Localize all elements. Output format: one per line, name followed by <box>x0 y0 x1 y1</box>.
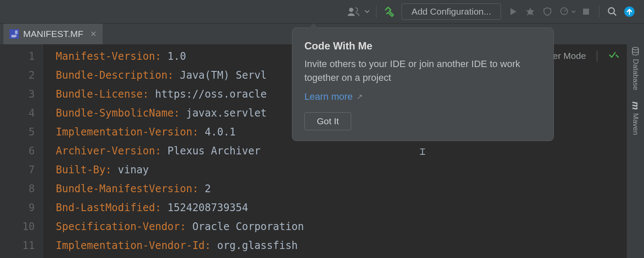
svg-rect-2 <box>583 9 589 15</box>
line-number: 3 <box>0 85 35 104</box>
editor-tab-manifest[interactable]: MF MANIFEST.MF ✕ <box>3 24 103 44</box>
line-number: 4 <box>0 104 35 123</box>
build-hammer-icon[interactable] <box>382 4 397 19</box>
svg-point-3 <box>608 8 614 14</box>
debug-icon[interactable] <box>522 4 538 19</box>
code-line[interactable]: Bundle-ManifestVersion: 2 <box>56 179 304 198</box>
line-number: 5 <box>0 123 35 141</box>
code-area[interactable]: Manifest-Version: 1.0Bundle-Description:… <box>43 44 304 258</box>
database-tool-window-button[interactable]: Database <box>631 47 640 90</box>
stop-icon[interactable] <box>578 4 594 19</box>
code-line[interactable]: Built-By: vinay <box>56 160 304 179</box>
line-number-gutter: 1234567891011 <box>0 44 43 258</box>
learn-more-link[interactable]: Learn more ↗ <box>304 90 363 104</box>
line-number: 2 <box>0 66 35 85</box>
line-number: 10 <box>0 217 35 236</box>
line-number: 1 <box>0 47 35 66</box>
close-tab-icon[interactable]: ✕ <box>90 29 97 39</box>
svg-point-5 <box>632 47 638 50</box>
inspections-widget[interactable]: der Mode │ <box>548 51 620 61</box>
text-cursor-icon: Ꮖ <box>420 147 425 157</box>
maven-label: Maven <box>631 113 640 135</box>
tab-filename: MANIFEST.MF <box>23 29 83 39</box>
manifest-file-icon: MF <box>9 29 19 39</box>
inspections-ok-icon[interactable] <box>609 51 620 61</box>
profiler-icon[interactable] <box>557 4 572 19</box>
code-line[interactable]: Manifest-Version: 1.0 <box>56 47 304 66</box>
code-with-me-popover: Code With Me Invite others to your IDE o… <box>292 28 554 141</box>
search-icon[interactable] <box>605 4 620 19</box>
code-line[interactable]: Bundle-License: https://oss.oracle <box>56 85 304 104</box>
main-toolbar: Add Configuration... <box>0 0 644 24</box>
maven-icon: m <box>630 101 641 110</box>
right-tool-window-strip: Database m Maven <box>627 44 644 258</box>
database-label: Database <box>631 59 640 90</box>
got-it-button[interactable]: Got It <box>304 112 351 130</box>
code-line[interactable]: Implementation-Version: 4.0.1 <box>56 123 304 141</box>
code-line[interactable]: Bundle-SymbolicName: javax.servlet <box>56 104 304 123</box>
chevron-down-icon[interactable] <box>571 4 577 19</box>
code-line[interactable]: Archiver-Version: Plexus Archiver <box>56 141 304 160</box>
code-with-me-icon[interactable] <box>346 4 361 19</box>
line-number: 8 <box>0 179 35 198</box>
line-number: 11 <box>0 236 35 255</box>
popover-body: Invite others to your IDE or join anothe… <box>304 57 541 85</box>
learn-more-label: Learn more <box>304 90 353 104</box>
add-configuration-button[interactable]: Add Configuration... <box>401 3 501 20</box>
toolbar-separator: │ <box>595 51 600 61</box>
maven-tool-window-button[interactable]: m Maven <box>630 101 641 135</box>
code-line[interactable]: Bnd-LastModified: 1524208739354 <box>56 198 304 217</box>
line-number: 7 <box>0 160 35 179</box>
run-icon[interactable] <box>505 4 521 19</box>
toolbar-separator <box>599 5 599 18</box>
popover-title: Code With Me <box>304 39 541 53</box>
toolbar-separator <box>376 5 377 18</box>
code-line[interactable]: Specification-Vendor: Oracle Corporation <box>56 217 304 236</box>
external-link-icon: ↗ <box>356 90 363 104</box>
line-number: 9 <box>0 198 35 217</box>
update-available-icon[interactable] <box>622 4 637 19</box>
code-line[interactable]: Implementation-Vendor-Id: org.glassfish <box>56 236 304 255</box>
code-line[interactable]: Bundle-Description: Java(TM) Servl <box>56 66 304 85</box>
line-number: 6 <box>0 141 35 160</box>
coverage-icon[interactable] <box>540 4 555 19</box>
chevron-down-icon[interactable] <box>363 4 371 19</box>
